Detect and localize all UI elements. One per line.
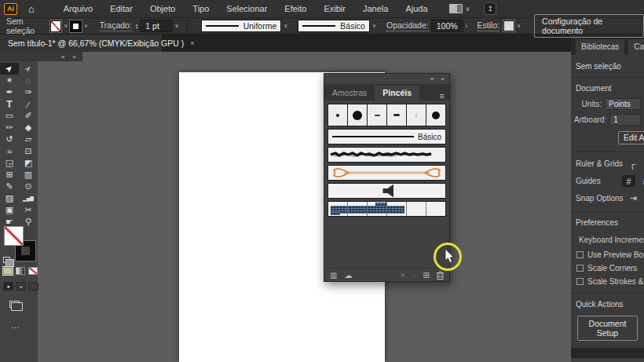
slice-tool[interactable]: ✂ — [19, 204, 38, 216]
show-guides-icon[interactable]: # — [622, 175, 635, 187]
collapse-panel-icon[interactable]: « — [61, 53, 64, 60]
chevron-down-icon[interactable]: ∨ — [284, 23, 287, 29]
chevron-down-icon[interactable]: ∨ — [517, 23, 521, 29]
draw-inside-mode-icon[interactable]: ◌ — [28, 282, 38, 291]
calligraphic-brush-faint[interactable] — [407, 104, 426, 126]
close-icon[interactable]: × — [190, 39, 194, 47]
use-preview-bounds-checkbox[interactable] — [576, 251, 584, 258]
panel-menu-icon[interactable]: ≡ — [440, 91, 445, 101]
blend-tool[interactable]: ⊙ — [19, 181, 38, 192]
change-screen-mode-icon[interactable] — [9, 301, 20, 308]
direct-selection-tool[interactable]: ➢ — [19, 63, 38, 75]
brush-item-charcoal[interactable] — [327, 147, 446, 163]
free-transform-tool[interactable]: ⊡ — [19, 145, 38, 157]
edit-toolbar-icon[interactable]: … — [11, 320, 20, 330]
stepper-down-icon[interactable]: ▾ — [136, 26, 138, 29]
workspace-switcher-icon[interactable] — [449, 4, 463, 13]
calligraphic-brush-dot-large[interactable] — [348, 104, 367, 126]
draw-normal-mode-icon[interactable]: ● — [3, 282, 13, 291]
column-graph-tool[interactable]: ▂▅▇ — [19, 192, 38, 204]
stroke-weight-field[interactable]: 1 pt — [140, 20, 172, 32]
chevron-down-icon[interactable]: ∨ — [175, 23, 179, 29]
opacity-link[interactable]: Opacidade: — [386, 20, 429, 31]
tab-amostras[interactable]: Amostras — [324, 86, 375, 101]
menu-ajuda[interactable]: Ajuda — [397, 1, 436, 16]
menu-editar[interactable]: Editar — [101, 1, 141, 16]
eyedropper-tool[interactable]: ✎ — [0, 181, 19, 192]
scale-corners-checkbox[interactable] — [576, 265, 584, 272]
mesh-tool[interactable]: ⊞ — [0, 169, 19, 181]
menu-objeto[interactable]: Objeto — [141, 1, 184, 16]
close-icon[interactable]: × — [441, 75, 445, 82]
snap-to-point-icon[interactable]: ⇥ — [627, 192, 640, 204]
shape-builder-tool[interactable]: ◲ — [0, 157, 19, 169]
chevron-down-icon[interactable]: ∨ — [64, 23, 68, 29]
artboard-dropdown[interactable]: 1 — [609, 114, 641, 126]
tab-bibliotecas[interactable]: Bibliotecas — [576, 39, 624, 55]
shaper-tool[interactable]: ✏ — [0, 122, 19, 133]
brush-item-bristle[interactable]: 6,00 — [327, 183, 446, 199]
graphic-style-link[interactable]: Estilo: — [478, 20, 500, 31]
rotate-tool[interactable]: ↺ — [0, 133, 19, 145]
draw-behind-mode-icon[interactable]: ◒ — [16, 282, 26, 291]
share-document-icon[interactable]: ↥ — [484, 2, 496, 15]
new-brush-icon[interactable]: ⊞ — [423, 271, 430, 280]
gradient-button[interactable] — [16, 267, 25, 275]
selection-tool[interactable]: ➤ — [0, 63, 19, 75]
calligraphic-brush-dash-small[interactable] — [368, 104, 386, 126]
libraries-panel-icon[interactable]: ☁ — [344, 271, 352, 280]
brush-definition-dropdown[interactable]: Básico — [298, 20, 370, 32]
lock-guides-icon[interactable]: # — [639, 175, 644, 187]
tab-pinceis[interactable]: Pincéis — [375, 86, 419, 101]
brush-item-basic[interactable]: Básico — [327, 129, 446, 144]
tab-camadas[interactable]: Camadas — [628, 39, 644, 55]
gradient-tool[interactable]: ▥ — [19, 169, 38, 181]
menu-arquivo[interactable]: Arquivo — [55, 1, 101, 16]
fill-none-swatch[interactable] — [4, 226, 24, 246]
brush-libraries-icon[interactable]: ▥ — [330, 271, 337, 280]
brush-item-pattern[interactable] — [327, 201, 446, 217]
calligraphic-brush-dash-medium[interactable] — [387, 104, 406, 126]
eraser-tool[interactable]: ◆ — [19, 122, 38, 133]
opacity-field[interactable]: 100% — [431, 20, 463, 32]
opacity-expand-icon[interactable]: › — [466, 22, 468, 30]
scale-strokes-effects-checkbox[interactable] — [576, 278, 584, 285]
graphic-style-swatch[interactable] — [503, 20, 514, 31]
calligraphic-brush-dot-medium[interactable] — [426, 104, 445, 126]
menu-efeito[interactable]: Efeito — [276, 1, 315, 16]
perspective-grid-tool[interactable]: ◩ — [19, 157, 38, 169]
menu-janela[interactable]: Janela — [354, 1, 397, 16]
chevron-down-icon[interactable]: ∨ — [84, 23, 88, 29]
delete-brush-icon[interactable] — [437, 271, 444, 280]
chevron-down-icon[interactable]: ∨ — [466, 5, 470, 13]
paintbrush-tool[interactable]: ✐ — [19, 110, 38, 122]
stroke-weight-link[interactable]: Traçado: — [100, 20, 132, 31]
stroke-color-swatch[interactable] — [70, 20, 81, 32]
document-tab[interactable]: Sem título-1* @ 66,67% (CMYK/Exibição GP… — [0, 35, 162, 52]
fill-color-swatch[interactable] — [50, 20, 61, 32]
collapse-panel-icon[interactable]: « — [430, 75, 434, 82]
menu-tipo[interactable]: Tipo — [184, 1, 218, 16]
pen-tool[interactable]: ✒ — [0, 86, 19, 98]
artboard-tool[interactable]: ▣ — [0, 204, 19, 216]
lasso-tool[interactable]: ◌ — [19, 75, 38, 86]
document-setup-button[interactable]: Document Setup — [577, 316, 638, 341]
default-fill-stroke-icon[interactable] — [3, 257, 10, 263]
menu-exibir[interactable]: Exibir — [315, 1, 354, 16]
rectangle-tool[interactable]: ▭ — [0, 110, 19, 122]
type-tool[interactable]: T — [0, 98, 19, 110]
chevron-down-icon[interactable]: ∨ — [372, 23, 376, 29]
stroke-weight-stepper[interactable]: ▴ ▾ — [136, 23, 138, 29]
scale-tool[interactable]: ▱ — [19, 133, 38, 145]
line-segment-tool[interactable]: ∕ — [19, 98, 38, 110]
menu-selecionar[interactable]: Selecionar — [218, 1, 276, 16]
show-rulers-icon[interactable]: ┌ — [626, 158, 639, 170]
none-button[interactable] — [28, 267, 38, 275]
color-button[interactable] — [3, 267, 13, 275]
magic-wand-tool[interactable]: ✶ — [0, 75, 19, 86]
home-icon[interactable]: ⌂ — [28, 3, 35, 15]
document-setup-button[interactable]: Configuração de documento — [534, 14, 644, 38]
brush-item-arrow[interactable] — [327, 165, 446, 181]
close-icon[interactable]: × — [72, 53, 76, 60]
edit-artboards-button[interactable]: Edit Artboards — [618, 131, 644, 144]
